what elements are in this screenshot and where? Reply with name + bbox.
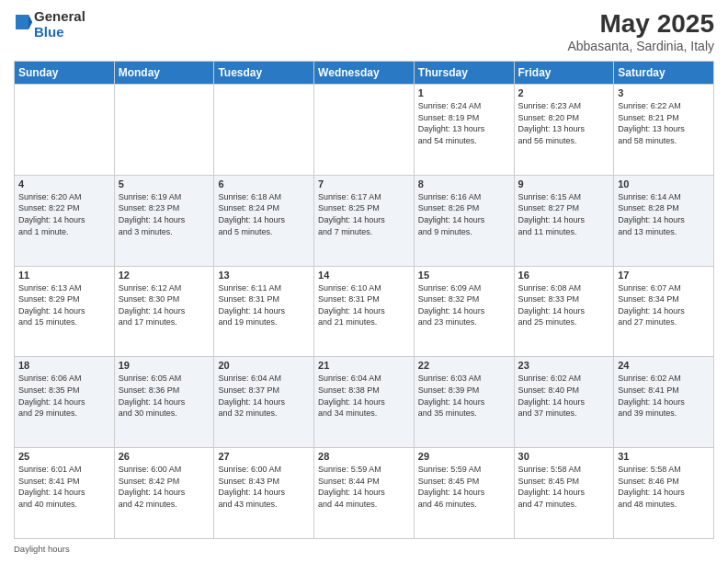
calendar-cell (314, 85, 415, 176)
calendar-cell: 22Sunrise: 6:03 AM Sunset: 8:39 PM Dayli… (414, 357, 514, 448)
day-info: Sunrise: 6:02 AM Sunset: 8:41 PM Dayligh… (618, 373, 710, 419)
day-number: 11 (18, 270, 110, 281)
calendar-header-wednesday: Wednesday (314, 62, 415, 85)
day-info: Sunrise: 6:23 AM Sunset: 8:20 PM Dayligh… (518, 100, 610, 146)
calendar-cell: 12Sunrise: 6:12 AM Sunset: 8:30 PM Dayli… (114, 266, 214, 357)
day-info: Sunrise: 6:11 AM Sunset: 8:31 PM Dayligh… (218, 282, 310, 328)
day-number: 4 (18, 178, 110, 190)
day-info: Sunrise: 6:12 AM Sunset: 8:30 PM Dayligh… (119, 282, 210, 328)
day-number: 1 (418, 87, 510, 98)
day-info: Sunrise: 6:13 AM Sunset: 8:29 PM Dayligh… (18, 282, 110, 328)
day-number: 31 (618, 451, 710, 462)
location-subtitle: Abbasanta, Sardinia, Italy (567, 39, 714, 53)
day-info: Sunrise: 6:06 AM Sunset: 8:35 PM Dayligh… (18, 373, 110, 419)
calendar-header-monday: Monday (114, 62, 214, 85)
calendar-cell: 3Sunrise: 6:22 AM Sunset: 8:21 PM Daylig… (614, 85, 714, 176)
page: General Blue May 2025 Abbasanta, Sardini… (0, 0, 728, 563)
day-info: Sunrise: 6:18 AM Sunset: 8:24 PM Dayligh… (218, 191, 310, 237)
day-number: 23 (518, 360, 610, 371)
calendar-cell: 28Sunrise: 5:59 AM Sunset: 8:44 PM Dayli… (314, 448, 415, 539)
calendar-cell: 29Sunrise: 5:59 AM Sunset: 8:45 PM Dayli… (414, 448, 514, 539)
day-number: 10 (618, 178, 710, 190)
day-number: 24 (618, 360, 710, 371)
calendar-week-1: 1Sunrise: 6:24 AM Sunset: 8:19 PM Daylig… (15, 85, 714, 176)
day-info: Sunrise: 6:20 AM Sunset: 8:22 PM Dayligh… (18, 191, 110, 237)
day-number: 25 (18, 451, 110, 462)
logo-text: General Blue (34, 9, 85, 40)
day-info: Sunrise: 6:05 AM Sunset: 8:36 PM Dayligh… (119, 373, 210, 419)
day-info: Sunrise: 6:22 AM Sunset: 8:21 PM Dayligh… (618, 100, 710, 146)
calendar-cell: 23Sunrise: 6:02 AM Sunset: 8:40 PM Dayli… (514, 357, 614, 448)
day-info: Sunrise: 6:24 AM Sunset: 8:19 PM Dayligh… (418, 100, 510, 146)
day-number: 30 (518, 451, 610, 462)
day-info: Sunrise: 6:02 AM Sunset: 8:40 PM Dayligh… (518, 373, 610, 419)
calendar-cell: 17Sunrise: 6:07 AM Sunset: 8:34 PM Dayli… (614, 266, 714, 357)
calendar-cell: 27Sunrise: 6:00 AM Sunset: 8:43 PM Dayli… (214, 448, 314, 539)
day-info: Sunrise: 6:15 AM Sunset: 8:27 PM Dayligh… (518, 191, 610, 237)
day-info: Sunrise: 6:04 AM Sunset: 8:38 PM Dayligh… (318, 373, 410, 419)
calendar-cell: 6Sunrise: 6:18 AM Sunset: 8:24 PM Daylig… (214, 175, 314, 266)
day-number: 6 (218, 178, 310, 190)
calendar-cell: 1Sunrise: 6:24 AM Sunset: 8:19 PM Daylig… (414, 85, 514, 176)
month-title: May 2025 (567, 9, 714, 39)
day-info: Sunrise: 6:08 AM Sunset: 8:33 PM Dayligh… (518, 282, 610, 328)
calendar-header-saturday: Saturday (614, 62, 714, 85)
calendar-cell: 31Sunrise: 5:58 AM Sunset: 8:46 PM Dayli… (614, 448, 714, 539)
day-number: 13 (218, 270, 310, 281)
calendar-header-friday: Friday (514, 62, 614, 85)
calendar-cell: 18Sunrise: 6:06 AM Sunset: 8:35 PM Dayli… (15, 357, 115, 448)
logo-blue: Blue (34, 25, 85, 40)
calendar-week-3: 11Sunrise: 6:13 AM Sunset: 8:29 PM Dayli… (15, 266, 714, 357)
day-number: 27 (218, 451, 310, 462)
calendar-week-2: 4Sunrise: 6:20 AM Sunset: 8:22 PM Daylig… (15, 175, 714, 266)
calendar-cell: 30Sunrise: 5:58 AM Sunset: 8:45 PM Dayli… (514, 448, 614, 539)
day-info: Sunrise: 6:17 AM Sunset: 8:25 PM Dayligh… (318, 191, 410, 237)
day-info: Sunrise: 5:59 AM Sunset: 8:45 PM Dayligh… (418, 464, 510, 510)
day-info: Sunrise: 6:01 AM Sunset: 8:41 PM Dayligh… (18, 464, 110, 510)
day-number: 2 (518, 87, 610, 98)
calendar-cell: 8Sunrise: 6:16 AM Sunset: 8:26 PM Daylig… (414, 175, 514, 266)
day-number: 15 (418, 270, 510, 281)
svg-marker-1 (28, 15, 32, 29)
header: General Blue May 2025 Abbasanta, Sardini… (14, 9, 714, 53)
calendar-cell: 13Sunrise: 6:11 AM Sunset: 8:31 PM Dayli… (214, 266, 314, 357)
calendar-cell: 9Sunrise: 6:15 AM Sunset: 8:27 PM Daylig… (514, 175, 614, 266)
calendar-cell: 19Sunrise: 6:05 AM Sunset: 8:36 PM Dayli… (114, 357, 214, 448)
day-info: Sunrise: 6:04 AM Sunset: 8:37 PM Dayligh… (218, 373, 310, 419)
calendar-cell: 15Sunrise: 6:09 AM Sunset: 8:32 PM Dayli… (414, 266, 514, 357)
logo: General Blue (14, 9, 85, 40)
day-info: Sunrise: 5:58 AM Sunset: 8:45 PM Dayligh… (518, 464, 610, 510)
logo-general: General (34, 9, 85, 25)
day-number: 28 (318, 451, 410, 462)
day-number: 17 (618, 270, 710, 281)
day-info: Sunrise: 6:10 AM Sunset: 8:31 PM Dayligh… (318, 282, 410, 328)
calendar: SundayMondayTuesdayWednesdayThursdayFrid… (14, 61, 714, 539)
day-number: 26 (119, 451, 210, 462)
calendar-cell: 7Sunrise: 6:17 AM Sunset: 8:25 PM Daylig… (314, 175, 415, 266)
calendar-cell: 20Sunrise: 6:04 AM Sunset: 8:37 PM Dayli… (214, 357, 314, 448)
calendar-week-5: 25Sunrise: 6:01 AM Sunset: 8:41 PM Dayli… (15, 448, 714, 539)
calendar-cell: 4Sunrise: 6:20 AM Sunset: 8:22 PM Daylig… (15, 175, 115, 266)
calendar-cell: 14Sunrise: 6:10 AM Sunset: 8:31 PM Dayli… (314, 266, 415, 357)
footer: Daylight hours (14, 544, 714, 554)
day-number: 22 (418, 360, 510, 371)
calendar-cell: 16Sunrise: 6:08 AM Sunset: 8:33 PM Dayli… (514, 266, 614, 357)
day-info: Sunrise: 6:16 AM Sunset: 8:26 PM Dayligh… (418, 191, 510, 237)
day-number: 3 (618, 87, 710, 98)
day-number: 12 (119, 270, 210, 281)
day-number: 8 (418, 178, 510, 190)
day-info: Sunrise: 6:03 AM Sunset: 8:39 PM Dayligh… (418, 373, 510, 419)
calendar-cell: 11Sunrise: 6:13 AM Sunset: 8:29 PM Dayli… (15, 266, 115, 357)
calendar-header-row: SundayMondayTuesdayWednesdayThursdayFrid… (15, 62, 714, 85)
day-number: 16 (518, 270, 610, 281)
day-number: 7 (318, 178, 410, 190)
day-number: 18 (18, 360, 110, 371)
day-number: 9 (518, 178, 610, 190)
day-number: 14 (318, 270, 410, 281)
calendar-cell: 21Sunrise: 6:04 AM Sunset: 8:38 PM Dayli… (314, 357, 415, 448)
day-info: Sunrise: 6:19 AM Sunset: 8:23 PM Dayligh… (119, 191, 210, 237)
calendar-cell (114, 85, 214, 176)
calendar-cell: 10Sunrise: 6:14 AM Sunset: 8:28 PM Dayli… (614, 175, 714, 266)
daylight-label: Daylight hours (14, 544, 70, 554)
calendar-header-tuesday: Tuesday (214, 62, 314, 85)
